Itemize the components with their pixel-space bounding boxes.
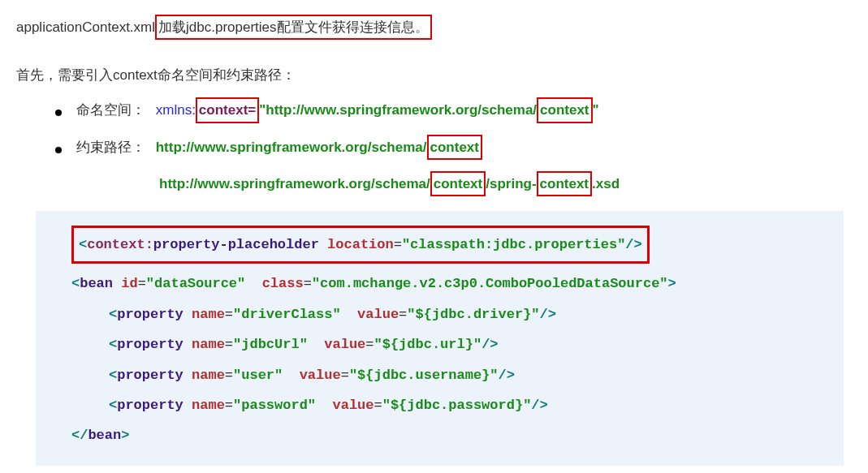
ns-label: 命名空间： (76, 102, 145, 118)
path-url2-end: .xsd (592, 176, 620, 191)
code-line-property: <property name="jdbcUrl" value="${jdbc.u… (71, 329, 821, 359)
colon: : (145, 237, 153, 252)
lt-close: </ (71, 428, 88, 443)
val-class: "com.mchange.v2.c3p0.ComboPooledDataSour… (312, 276, 668, 291)
intro-paragraph: applicationContext.xml加载jdbc.properties配… (16, 15, 852, 40)
lt: < (71, 276, 80, 291)
attr-id: id (121, 276, 137, 291)
ns-quote-close: " (593, 102, 599, 118)
xmlns-context-box: context= (196, 97, 259, 123)
elem-bean-close: bean (88, 428, 121, 443)
ctx-prefix: context (87, 237, 145, 252)
code-line-property: <property name="driverClass" value="${jd… (71, 299, 821, 329)
intro-highlight-box: 加载jdbc.properties配置文件获得连接信息。 (155, 15, 432, 40)
gt-close: > (121, 428, 129, 443)
code-line-property: <property name="user" value="${jdbc.user… (71, 360, 821, 390)
path-url2-pre: http://www.springframework.org/schema/ (159, 176, 430, 191)
gt: > (668, 276, 676, 291)
bullet-list: 命名空间： xmlns:context="http://www.springfr… (16, 97, 852, 159)
bullet-constraint-path: 约束路径： http://www.springframework.org/sch… (16, 135, 852, 160)
bullet-dot-icon (55, 110, 62, 116)
elem-placeholder: property-placeholder (153, 237, 319, 252)
code-line-placeholder: <context:property-placeholder location="… (71, 226, 650, 264)
bullet-dot-icon (55, 147, 62, 153)
elem-bean: bean (80, 276, 113, 291)
lead-paragraph: 首先，需要引入context命名空间和约束路径： (16, 64, 852, 86)
ns-url-context-box: context (537, 97, 592, 123)
path-label: 约束路径： (76, 140, 145, 155)
code-line-property: <property name="password" value="${jdbc.… (71, 390, 821, 420)
code-block: <context:property-placeholder location="… (36, 211, 844, 466)
attr-location: location (327, 237, 394, 252)
lt: < (79, 237, 87, 252)
val-id: "dataSource" (146, 276, 245, 291)
code-line-bean-close: </bean> (71, 420, 821, 450)
bullet-namespace: 命名空间： xmlns:context="http://www.springfr… (16, 97, 852, 123)
path-url2-mid: /spring- (486, 176, 536, 191)
path-url1: http://www.springframework.org/schema/ (156, 140, 427, 155)
eq: = (394, 237, 402, 252)
path-url2-context-box1: context (430, 171, 486, 196)
constraint-path-line2: http://www.springframework.org/schema/co… (159, 171, 852, 196)
intro-prefix: applicationContext.xml (16, 19, 155, 35)
ns-url: http://www.springframework.org/schema/ (266, 102, 537, 118)
xmlns-prefix: xmlns: (156, 102, 196, 118)
path-url2-context-box2: context (537, 171, 592, 196)
code-line-bean-open: <bean id="dataSource" class="com.mchange… (71, 269, 821, 299)
self-close: /> (625, 237, 641, 252)
path-url1-context-box: context (427, 135, 482, 160)
attr-class: class (262, 276, 304, 291)
val-location: "classpath:jdbc.properties" (402, 237, 625, 252)
